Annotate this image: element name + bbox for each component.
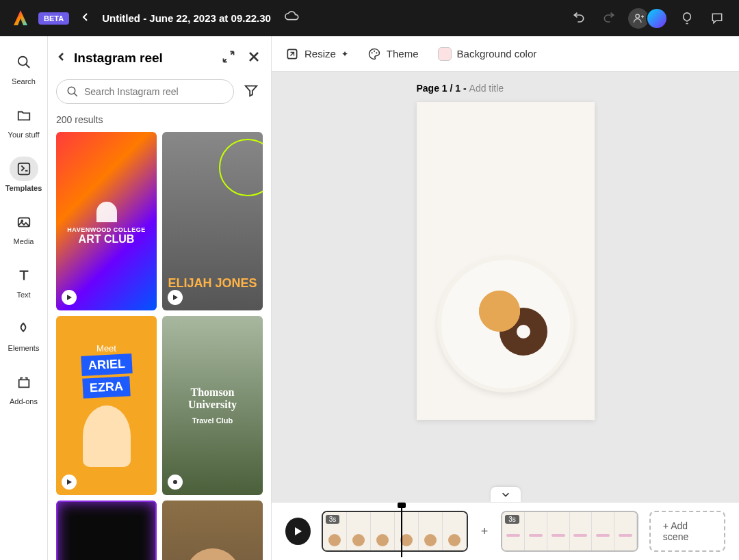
help-icon[interactable] [676,8,698,29]
filter-icon[interactable] [239,79,263,105]
timeline: 3s + 3s + Add scene [272,502,739,560]
templates-panel: Instagram reel 200 results HAVENWOOD COL… [48,36,272,560]
search-box[interactable] [56,79,234,104]
timeline-scene[interactable]: 3s [322,511,468,552]
text-icon [16,268,31,283]
page-info[interactable]: Page 1 / 1 - Add title [417,83,504,94]
add-scene-between-button[interactable]: + [479,525,491,537]
close-icon[interactable] [245,48,263,68]
premium-icon: ✦ [341,49,348,59]
palette-icon [367,47,381,61]
elements-icon [16,321,31,336]
folder-icon [16,108,31,123]
svg-point-9 [374,50,375,51]
nav-media[interactable]: Media [7,207,41,248]
svg-point-8 [371,52,372,53]
nav-your-stuff[interactable]: Your stuff [5,101,42,142]
search-icon [16,55,31,70]
panel-back-button[interactable] [56,51,67,65]
svg-point-6 [173,480,177,484]
nav-addons[interactable]: Add-ons [7,367,41,408]
adobe-express-logo [11,9,30,28]
results-count: 200 results [56,114,263,125]
canvas-content-image[interactable] [437,256,574,392]
user-avatar[interactable] [646,8,668,29]
panel-title: Instagram reel [74,51,212,66]
document-title[interactable]: Untitled - June 22, 2023 at 09.22.30 [102,12,271,24]
templates-icon [16,161,31,176]
theme-button[interactable]: Theme [367,47,419,61]
svg-point-5 [68,87,75,94]
collapse-timeline-button[interactable] [491,487,521,502]
animate-icon [168,475,183,490]
template-card[interactable]: Meet ARIEL EZRA [56,316,157,494]
collaborators[interactable] [628,8,668,29]
canvas-area: Resize ✦ Theme Background color Page 1 /… [272,36,739,560]
svg-point-1 [18,57,27,66]
play-icon [62,290,77,305]
color-swatch [438,47,452,61]
chevron-down-icon [501,490,510,499]
resize-icon [285,47,299,61]
background-color-button[interactable]: Background color [438,47,537,61]
play-icon [168,290,183,305]
app-header: BETA Untitled - June 22, 2023 at 09.22.3… [0,0,739,36]
undo-button[interactable] [568,8,590,29]
resize-button[interactable]: Resize ✦ [285,47,348,61]
svg-point-10 [376,52,377,53]
template-card[interactable]: Thomson University Travel Club [162,316,263,494]
redo-button[interactable] [598,8,620,29]
playhead[interactable] [401,504,402,557]
play-button[interactable] [285,518,311,545]
canvas-toolbar: Resize ✦ Theme Background color [272,36,739,72]
addons-icon [16,375,31,390]
add-scene-button[interactable]: + Add scene [649,511,725,552]
svg-point-0 [636,14,639,18]
comment-icon[interactable] [706,8,728,29]
media-icon [16,215,31,230]
back-button[interactable] [77,9,94,28]
template-card[interactable]: Ridgewood College Theater Club SHOWSTOPP… [56,501,157,560]
search-input[interactable] [84,86,224,97]
nav-search[interactable]: Search [7,47,41,88]
left-nav: Search Your stuff Templates Media Text E… [0,36,48,560]
nav-templates[interactable]: Templates [3,154,45,195]
timeline-scene[interactable]: 3s [501,511,638,552]
template-card[interactable]: ELIJAH JONES [162,132,263,310]
cloud-sync-icon[interactable] [285,10,300,27]
play-icon [62,475,77,490]
template-card[interactable] [162,501,263,560]
nav-text[interactable]: Text [7,261,41,302]
nav-elements[interactable]: Elements [5,314,42,355]
template-card[interactable]: HAVENWOOD COLLEGE ART CLUB [56,132,157,310]
expand-icon[interactable] [219,47,238,69]
search-icon [66,85,79,98]
beta-badge: BETA [38,12,69,25]
canvas-page[interactable] [417,102,595,420]
play-icon [292,526,303,537]
